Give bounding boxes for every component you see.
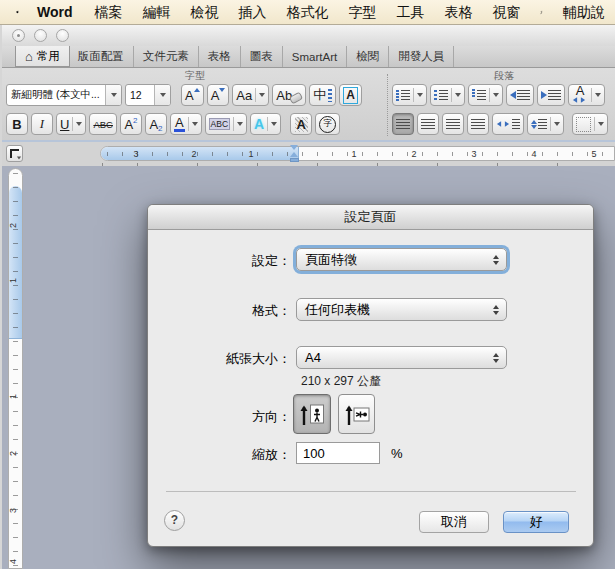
font-color-button[interactable]: A: [170, 113, 202, 135]
menu-item-insert[interactable]: 插入: [228, 0, 276, 24]
shading-button[interactable]: A: [290, 113, 312, 135]
decrease-indent-button[interactable]: [506, 84, 534, 106]
horizontal-ruler[interactable]: 3 2 1 1 2 3 4 5: [100, 146, 615, 161]
strikethrough-button[interactable]: ABC: [89, 113, 117, 135]
script-menu-icon[interactable]: [540, 5, 543, 20]
enclose-characters-button[interactable]: 字: [315, 113, 340, 135]
line-spacing-dropdown-icon[interactable]: [550, 117, 560, 131]
settings-label: 設定：: [148, 252, 291, 270]
font-size-dropdown-icon[interactable]: [154, 85, 170, 105]
menu-item-help[interactable]: 輔助說: [553, 0, 615, 24]
minimize-window-button[interactable]: [34, 29, 47, 42]
bullet-list-button[interactable]: [392, 84, 427, 106]
popup-arrows-icon: [493, 255, 499, 265]
grow-font-button[interactable]: A: [181, 84, 204, 106]
vertical-ruler[interactable]: 2 1 1 2 3 4: [8, 168, 23, 569]
home-icon: ⌂: [25, 50, 33, 63]
menu-item-edit[interactable]: 編輯: [132, 0, 180, 24]
paper-size-popup[interactable]: A4: [296, 346, 507, 369]
font-name-combo[interactable]: 新細明體 (本文中...: [6, 84, 122, 106]
window-titlebar[interactable]: [2, 25, 615, 47]
apple-menu-icon[interactable]: [16, 4, 19, 20]
multilevel-list-dropdown-icon[interactable]: [489, 88, 499, 102]
align-right-button[interactable]: [442, 113, 464, 135]
menu-item-font[interactable]: 字型: [338, 0, 386, 24]
highlight-button[interactable]: ABC: [205, 113, 247, 135]
menu-item-format[interactable]: 格式化: [276, 0, 338, 24]
increase-indent-button[interactable]: [537, 84, 565, 106]
superscript-button[interactable]: A2: [120, 113, 142, 135]
format-for-popup[interactable]: 任何印表機: [296, 298, 507, 321]
borders-dropdown-icon[interactable]: [594, 117, 604, 131]
numbered-list-button[interactable]: [430, 84, 465, 106]
ruler-number: 4: [531, 148, 536, 160]
scale-input[interactable]: [296, 442, 380, 464]
shrink-font-button[interactable]: A: [207, 84, 230, 106]
indent-marker[interactable]: [290, 145, 299, 162]
bullet-list-dropdown-icon[interactable]: [413, 88, 423, 102]
tab-tables[interactable]: 表格: [199, 46, 241, 67]
multilevel-list-button[interactable]: [468, 84, 503, 106]
menu-item-tools[interactable]: 工具: [386, 0, 434, 24]
orientation-landscape-button[interactable]: [338, 394, 375, 434]
line-spacing-button[interactable]: [527, 113, 564, 135]
tab-review[interactable]: 檢閱: [347, 46, 389, 67]
italic-button[interactable]: I: [31, 113, 53, 135]
tab-stop-selector-button[interactable]: [6, 145, 23, 162]
paper-dimensions-note: 210 x 297 公釐: [301, 373, 381, 390]
align-left-button[interactable]: [392, 113, 414, 135]
close-window-button[interactable]: [12, 29, 25, 42]
help-button[interactable]: ?: [164, 510, 185, 531]
distribute-text-button[interactable]: [492, 113, 524, 135]
tab-charts[interactable]: 圖表: [241, 46, 283, 67]
underline-button[interactable]: U: [56, 113, 86, 135]
tab-smartart[interactable]: SmartArt: [283, 46, 347, 67]
justify-button[interactable]: [467, 113, 489, 135]
highlight-dropdown-icon[interactable]: [233, 117, 243, 131]
tab-label: 表格: [208, 49, 231, 64]
zoom-window-button[interactable]: [56, 29, 69, 42]
orientation-portrait-button[interactable]: [293, 394, 331, 434]
numbered-list-dropdown-icon[interactable]: [451, 88, 461, 102]
font-name-dropdown-icon[interactable]: [105, 85, 121, 105]
align-center-button[interactable]: [417, 113, 439, 135]
tab-layout[interactable]: 版面配置: [69, 46, 134, 67]
menu-item-view[interactable]: 檢視: [180, 0, 228, 24]
portrait-orientation-icon: [299, 400, 325, 428]
change-case-dropdown-icon[interactable]: [255, 88, 265, 102]
underline-dropdown-icon[interactable]: [72, 117, 82, 131]
ok-button[interactable]: 好: [503, 511, 569, 533]
format-for-popup-value: 任何印表機: [305, 301, 370, 319]
menu-item-app[interactable]: Word: [25, 4, 85, 20]
text-effects-dropdown-icon[interactable]: [267, 117, 277, 131]
menu-item-window[interactable]: 視窗: [482, 0, 530, 24]
text-direction-dropdown-icon[interactable]: [591, 88, 601, 102]
clear-formatting-button[interactable]: Ab: [272, 84, 306, 106]
subscript-button[interactable]: A2: [145, 113, 167, 135]
dialog-separator: [166, 491, 576, 492]
bold-icon: B: [12, 117, 21, 132]
borders-button[interactable]: [572, 113, 608, 135]
cancel-button[interactable]: 取消: [419, 511, 489, 533]
shrink-font-icon: A: [211, 88, 220, 103]
phonetic-guide-button[interactable]: 中: [309, 84, 336, 106]
paragraph-group: 段落: [392, 68, 615, 142]
dialog-title: 設定頁面: [148, 205, 593, 230]
tab-document-elements[interactable]: 文件元素: [134, 46, 199, 67]
tab-label: 開發人員: [398, 49, 444, 64]
tab-home[interactable]: ⌂ 常用: [15, 46, 70, 67]
character-border-button[interactable]: A: [339, 84, 362, 106]
font-color-dropdown-icon[interactable]: [188, 117, 198, 131]
font-color-icon: A: [174, 116, 185, 132]
font-name-value: 新細明體 (本文中...: [7, 88, 105, 102]
text-effects-button[interactable]: A: [250, 113, 281, 135]
menu-item-file[interactable]: 檔案: [84, 0, 132, 24]
line-spacing-icon: [531, 120, 537, 129]
font-size-combo[interactable]: 12: [125, 84, 171, 106]
text-direction-button[interactable]: A: [568, 84, 605, 106]
bold-button[interactable]: B: [6, 113, 28, 135]
change-case-button[interactable]: Aa: [232, 84, 269, 106]
settings-popup[interactable]: 頁面特徵: [296, 248, 507, 271]
tab-developer[interactable]: 開發人員: [389, 46, 454, 67]
menu-item-table[interactable]: 表格: [434, 0, 482, 24]
